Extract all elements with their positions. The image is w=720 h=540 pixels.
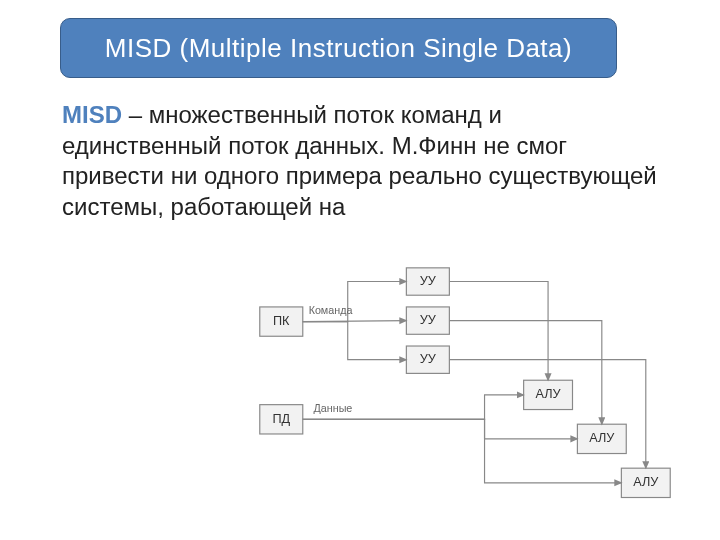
edge-label-cmd: Команда	[309, 304, 353, 316]
svg-text:ПК: ПК	[273, 314, 290, 328]
title-banner: MISD (Multiple Instruction Single Data)	[60, 18, 617, 78]
svg-text:УУ: УУ	[420, 352, 437, 366]
misd-diagram: ПК ПД УУ УУ УУ АЛУ АЛУ АЛУ	[250, 260, 680, 520]
svg-text:УУ: УУ	[420, 274, 437, 288]
edge-label-data: Данные	[314, 402, 353, 414]
node-pd: ПД	[260, 405, 303, 434]
edge-pk-uu3	[303, 322, 407, 360]
body-paragraph: MISD – множественный поток команд и един…	[62, 100, 662, 223]
svg-text:АЛУ: АЛУ	[589, 431, 615, 445]
node-alu3: АЛУ	[621, 468, 670, 497]
node-uu3: УУ	[406, 346, 449, 373]
node-pk: ПК	[260, 307, 303, 336]
node-uu2: УУ	[406, 307, 449, 334]
edge-pd-alu2	[303, 419, 578, 439]
svg-text:УУ: УУ	[420, 313, 437, 327]
svg-text:АЛУ: АЛУ	[633, 475, 659, 489]
svg-text:АЛУ: АЛУ	[535, 387, 561, 401]
node-uu1: УУ	[406, 268, 449, 295]
node-alu1: АЛУ	[524, 380, 573, 409]
body-text-run: – множественный поток команд и единствен…	[62, 101, 657, 220]
edge-pd-alu3	[303, 419, 622, 483]
title-text: MISD (Multiple Instruction Single Data)	[105, 33, 572, 64]
svg-text:ПД: ПД	[272, 412, 290, 426]
edge-uu1-alu1	[449, 282, 548, 381]
node-alu2: АЛУ	[577, 424, 626, 453]
accent-term: MISD	[62, 101, 122, 128]
